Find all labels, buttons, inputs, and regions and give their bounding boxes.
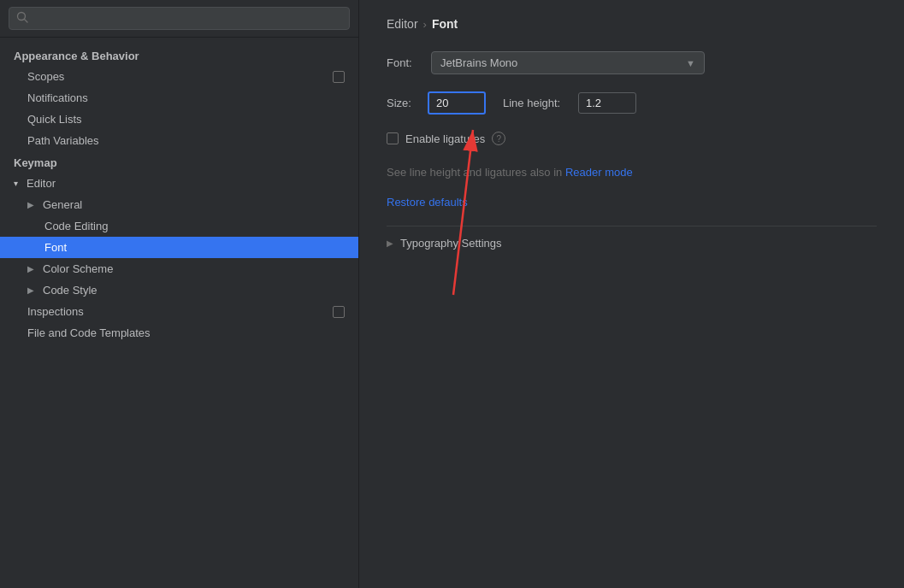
settings-sidebar: Appearance & Behavior Scopes Notificatio… <box>0 0 359 588</box>
sidebar-item-label: Font <box>44 241 67 254</box>
chevron-right-icon: ▶ <box>27 200 34 209</box>
svg-line-1 <box>25 20 28 23</box>
sidebar-item-label: Notifications <box>27 91 88 104</box>
chevron-right-icon: ▶ <box>27 285 34 295</box>
ligatures-row: Enable ligatures ? <box>387 132 877 145</box>
hint-static: See line height and ligatures also in <box>387 166 562 179</box>
size-lineheight-row: Size: Line height: <box>387 91 877 115</box>
sidebar-item-color-scheme[interactable]: ▶ Color Scheme <box>0 258 358 279</box>
section-header-keymap: Keymap <box>0 151 358 173</box>
sidebar-item-editor[interactable]: ▾ Editor <box>0 173 358 194</box>
typography-row[interactable]: ▶ Typography Settings <box>387 237 877 250</box>
font-dropdown[interactable]: JetBrains Mono ▼ <box>431 51 705 74</box>
typography-label: Typography Settings <box>400 237 502 250</box>
ligatures-checkbox[interactable] <box>387 132 399 144</box>
lineheight-input[interactable] <box>578 92 636 114</box>
size-input-wrap: Size: <box>387 91 486 115</box>
lineheight-label: Line height: <box>503 97 571 109</box>
sidebar-item-code-editing[interactable]: Code Editing <box>0 215 358 237</box>
settings-content: Editor › Font Font: JetBrains Mono ▼ Siz… <box>359 0 904 588</box>
sidebar-item-scopes[interactable]: Scopes <box>0 66 358 87</box>
search-icon <box>16 11 28 26</box>
sidebar-item-label: Quick Lists <box>27 113 82 126</box>
sidebar-item-label: Scopes <box>27 70 64 83</box>
svg-line-3 <box>453 130 473 295</box>
dropdown-arrow-icon: ▼ <box>686 58 695 68</box>
search-bar <box>0 0 358 38</box>
font-value: JetBrains Mono <box>440 56 517 69</box>
scopes-icon <box>333 71 345 83</box>
sidebar-item-general[interactable]: ▶ General <box>0 194 358 215</box>
search-input-wrap[interactable] <box>9 7 350 30</box>
lineheight-input-wrap: Line height: <box>503 92 636 114</box>
sidebar-item-notifications[interactable]: Notifications <box>0 87 358 109</box>
breadcrumb: Editor › Font <box>387 17 877 31</box>
search-input[interactable] <box>33 12 342 25</box>
annotation-arrow <box>359 0 904 588</box>
size-input[interactable] <box>428 91 486 115</box>
restore-defaults-link[interactable]: Restore defaults <box>387 196 877 209</box>
sidebar-item-inspections[interactable]: Inspections <box>0 301 358 322</box>
sidebar-item-label: File and Code Templates <box>27 326 151 339</box>
chevron-down-icon: ▾ <box>14 179 18 188</box>
breadcrumb-current: Font <box>432 17 458 31</box>
hint-text: See line height and ligatures also in Re… <box>387 166 877 179</box>
nav-list: Appearance & Behavior Scopes Notificatio… <box>0 38 358 588</box>
triangle-right-icon: ▶ <box>387 238 393 248</box>
help-icon[interactable]: ? <box>492 132 505 145</box>
sidebar-item-label: General <box>43 198 82 211</box>
sidebar-item-path-variables[interactable]: Path Variables <box>0 130 358 151</box>
sidebar-item-label: Code Style <box>43 284 97 297</box>
font-label: Font: <box>387 56 421 69</box>
breadcrumb-parent: Editor <box>387 17 418 31</box>
reader-mode-link[interactable]: Reader mode <box>565 166 633 179</box>
sidebar-item-label: Color Scheme <box>43 262 113 275</box>
sidebar-item-code-style[interactable]: ▶ Code Style <box>0 279 358 301</box>
size-label: Size: <box>387 97 421 109</box>
breadcrumb-separator: › <box>423 18 427 31</box>
divider <box>387 226 877 226</box>
font-setting-row: Font: JetBrains Mono ▼ <box>387 51 877 74</box>
inspections-icon <box>333 306 345 318</box>
sidebar-item-label: Inspections <box>27 305 84 318</box>
section-header-appearance: Appearance & Behavior <box>0 44 358 66</box>
sidebar-item-label: Editor <box>27 177 56 190</box>
ligatures-label: Enable ligatures <box>405 132 485 145</box>
sidebar-item-label: Path Variables <box>27 134 99 147</box>
sidebar-item-label: Code Editing <box>44 220 108 232</box>
sidebar-item-quick-lists[interactable]: Quick Lists <box>0 109 358 130</box>
chevron-right-icon: ▶ <box>27 264 34 273</box>
sidebar-item-file-code-templates[interactable]: File and Code Templates <box>0 322 358 344</box>
sidebar-item-font[interactable]: Font <box>0 237 358 258</box>
